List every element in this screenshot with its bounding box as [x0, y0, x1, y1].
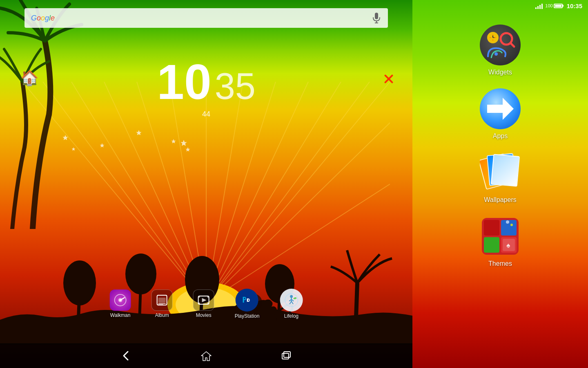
clock-widget: 1035 44 — [157, 57, 256, 119]
svg-rect-50 — [198, 296, 200, 298]
svg-line-61 — [291, 301, 293, 304]
svg-marker-75 — [487, 98, 514, 120]
svg-marker-62 — [201, 352, 211, 361]
playstation-app[interactable]: PlayStation — [235, 289, 260, 319]
wallpaper-card-3 — [491, 154, 520, 186]
svg-rect-63 — [282, 353, 289, 359]
svg-marker-49 — [202, 298, 207, 302]
search-input[interactable] — [59, 14, 372, 22]
svg-line-25 — [355, 283, 357, 340]
search-bar[interactable]: Google — [24, 8, 388, 28]
svg-point-18 — [63, 260, 96, 305]
nav-bar — [0, 343, 412, 368]
walkman-label: Walkman — [110, 312, 131, 318]
svg-rect-64 — [284, 352, 290, 357]
themes-icon: ♠ — [480, 216, 521, 257]
signal-bar-1 — [535, 7, 537, 9]
svg-rect-52 — [198, 303, 200, 304]
close-button[interactable] — [381, 72, 396, 86]
palm-trees-left — [0, 0, 102, 229]
movies-label: Movies — [196, 312, 212, 318]
svg-point-74 — [494, 52, 498, 56]
album-app[interactable]: Album — [151, 289, 173, 318]
svg-rect-45 — [158, 298, 166, 303]
lifelog-label: Lifelog — [284, 313, 298, 319]
svg-rect-29 — [263, 318, 267, 326]
sidebar-item-themes[interactable]: ♠ Themes — [468, 216, 533, 267]
svg-point-20 — [125, 254, 156, 294]
svg-rect-28 — [241, 319, 244, 326]
clock-minute: 35 — [215, 66, 256, 107]
album-icon — [151, 289, 173, 311]
lifelog-icon — [280, 289, 303, 312]
wallpaper-cards — [482, 154, 519, 191]
signal-bar-4 — [541, 4, 543, 9]
sidebar-item-wallpapers[interactable]: Wallpapers — [468, 152, 533, 204]
wallpapers-icon — [480, 152, 521, 193]
status-bar: 100 10:35 — [412, 0, 588, 11]
battery-indicator: 100 — [545, 3, 562, 8]
sidebar-item-apps[interactable]: Apps — [468, 88, 533, 140]
battery-box — [554, 4, 563, 8]
lifelog-app[interactable]: Lifelog — [280, 289, 303, 319]
house-icon[interactable]: 🏠 — [20, 70, 39, 87]
svg-rect-53 — [207, 303, 209, 304]
svg-point-84 — [510, 224, 513, 226]
sidebar: 100 10:35 — [412, 0, 588, 368]
status-time: 10:35 — [567, 2, 582, 9]
mic-icon[interactable] — [372, 13, 381, 23]
signal-indicator — [535, 2, 543, 9]
signal-bar-2 — [537, 6, 539, 9]
movies-icon — [193, 289, 214, 311]
playstation-icon — [236, 289, 258, 312]
battery-percent: 100 — [545, 3, 552, 8]
main-screen: 🏠 Google 1035 44 — [0, 0, 412, 368]
clock-hour: 10 — [157, 54, 211, 109]
apps-label: Apps — [493, 132, 508, 140]
svg-point-43 — [119, 299, 122, 301]
recents-button[interactable] — [279, 348, 294, 363]
apps-icon — [480, 88, 521, 129]
svg-rect-27 — [235, 318, 238, 326]
themes-label: Themes — [488, 260, 512, 267]
back-button[interactable] — [119, 348, 134, 363]
widgets-label: Widgets — [488, 69, 512, 76]
svg-rect-79 — [484, 237, 499, 253]
wallpapers-label: Wallpapers — [484, 196, 516, 204]
svg-rect-51 — [207, 296, 209, 298]
battery-fill — [555, 5, 561, 7]
svg-line-66 — [510, 43, 514, 47]
google-logo: Google — [31, 14, 55, 22]
svg-text:♠: ♠ — [506, 241, 510, 249]
home-button[interactable] — [199, 348, 214, 363]
widgets-icon — [480, 25, 521, 65]
sidebar-item-widgets[interactable]: Widgets — [468, 25, 533, 76]
app-dock: Walkman Album — [110, 289, 303, 319]
clock-date: 44 — [157, 110, 256, 119]
playstation-label: PlayStation — [235, 313, 260, 319]
album-label: Album — [155, 312, 169, 318]
svg-rect-38 — [375, 13, 378, 19]
widgets-icon-inner — [484, 29, 517, 61]
walkman-app[interactable]: Walkman — [110, 289, 131, 318]
movies-app[interactable]: Movies — [193, 289, 214, 318]
svg-rect-77 — [484, 220, 499, 236]
svg-point-83 — [506, 220, 509, 224]
signal-bar-3 — [539, 5, 541, 9]
walkman-icon — [110, 289, 131, 311]
